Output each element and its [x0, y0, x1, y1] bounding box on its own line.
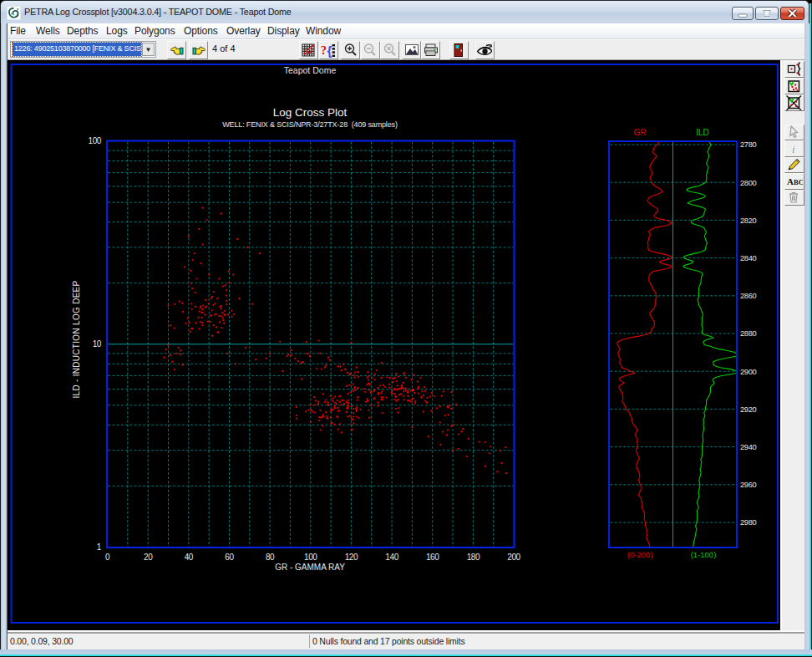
svg-text:2860: 2860	[740, 292, 756, 300]
svg-text:120: 120	[345, 553, 358, 562]
svg-text:(0-200): (0-200)	[627, 550, 653, 559]
svg-text:2940: 2940	[740, 443, 756, 451]
svg-text:ILD: ILD	[696, 128, 709, 137]
svg-text:1: 1	[97, 542, 102, 552]
svg-text:BC: BC	[794, 178, 803, 186]
svg-text:2840: 2840	[740, 254, 756, 262]
svg-text:100: 100	[304, 553, 317, 562]
svg-text:2900: 2900	[740, 368, 756, 376]
svg-text:ILD - INDUCTION LOG DEEP: ILD - INDUCTION LOG DEEP	[72, 280, 81, 398]
svg-text:10: 10	[93, 339, 102, 349]
svg-text:20: 20	[144, 553, 153, 562]
svg-text:(1-100): (1-100)	[691, 550, 717, 559]
svg-text:2800: 2800	[740, 179, 756, 187]
svg-text:2820: 2820	[740, 216, 756, 225]
svg-text:Log Cross Plot: Log Cross Plot	[273, 106, 348, 119]
svg-text:Teapot Dome: Teapot Dome	[284, 65, 337, 75]
svg-text:GR: GR	[634, 128, 647, 137]
svg-text:180: 180	[467, 553, 480, 562]
svg-text:2920: 2920	[740, 405, 756, 414]
svg-text:{: {	[327, 43, 332, 58]
svg-text:2960: 2960	[740, 481, 756, 489]
svg-text:160: 160	[426, 553, 439, 562]
svg-text:?: ?	[321, 44, 327, 57]
svg-text:40: 40	[185, 553, 194, 562]
svg-text:GR - GAMMA RAY: GR - GAMMA RAY	[275, 563, 345, 572]
svg-text:2780: 2780	[740, 140, 756, 149]
svg-text:80: 80	[266, 553, 275, 562]
svg-text:2880: 2880	[740, 329, 756, 338]
svg-text:2980: 2980	[740, 518, 756, 527]
svg-text:60: 60	[225, 553, 234, 562]
svg-text:i: i	[792, 143, 795, 155]
svg-text:WELL: FENIX & SCIS/NPR-3/27TX-: WELL: FENIX & SCIS/NPR-3/27TX-28 (409 sa…	[222, 120, 398, 129]
svg-text:140: 140	[385, 553, 398, 562]
svg-text:0: 0	[105, 553, 110, 562]
svg-text:200: 200	[507, 553, 520, 562]
svg-text:A: A	[787, 176, 794, 186]
svg-text:100: 100	[89, 136, 102, 145]
